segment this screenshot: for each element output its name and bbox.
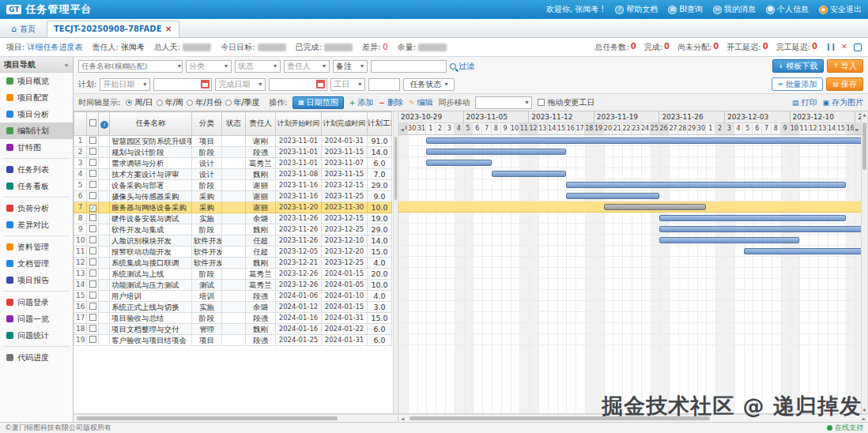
sidebar-item-issue-entry[interactable]: 问题登录: [0, 294, 73, 311]
end-date-input[interactable]: [270, 79, 315, 90]
table-horizontal-scrollbar[interactable]: [74, 415, 398, 422]
topbar-link-logout[interactable]: ◉安全退出: [819, 4, 862, 15]
start-date-picker[interactable]: [153, 78, 212, 91]
sidebar-item-task-board[interactable]: 任务看板: [0, 178, 73, 194]
task-row[interactable]: 10人脸识别模块开发软件开发任超2023-11-262023-12-1014.0: [74, 235, 392, 247]
row-checkbox[interactable]: [89, 148, 96, 155]
topbar-link-profile[interactable]: ☻个人信息: [766, 4, 809, 15]
topbar-link-help[interactable]: ?帮助文档: [615, 4, 658, 15]
gantt-scroll-right-icon[interactable]: ►: [854, 124, 861, 134]
gantt-row[interactable]: [398, 257, 861, 268]
scroll-left-icon[interactable]: ◄: [398, 416, 406, 421]
row-checkbox[interactable]: [89, 214, 96, 221]
scrollbar-thumb[interactable]: [409, 416, 710, 420]
close-panel-icon[interactable]: ✕: [840, 43, 849, 52]
gantt-row[interactable]: [398, 290, 861, 301]
import-button[interactable]: ↑ 导入: [827, 59, 863, 73]
gantt-row[interactable]: [398, 279, 861, 290]
sidebar-item-issue-stats[interactable]: 问题统计: [0, 327, 73, 344]
row-checkbox[interactable]: [89, 281, 96, 288]
start-date-field-select[interactable]: 开始日期 ▾: [100, 78, 150, 91]
select-all-checkbox[interactable]: [89, 119, 96, 126]
sidebar-collapse-icon[interactable]: «: [64, 61, 69, 69]
start-date-input[interactable]: [154, 79, 199, 90]
timeline-option-2[interactable]: 年/月份: [187, 97, 221, 108]
scrollbar-thumb[interactable]: [862, 122, 866, 170]
task-row[interactable]: 15用户培训培训段强2024-01-062024-01-104.0: [74, 291, 392, 302]
sidebar-item-config[interactable]: 项目配置: [0, 89, 73, 106]
row-checkbox[interactable]: [89, 137, 96, 144]
note-field-select[interactable]: 备注 ▾: [333, 60, 368, 73]
add-task-button[interactable]: + 添加: [349, 97, 374, 108]
row-checkbox[interactable]: [89, 325, 96, 332]
task-status-button[interactable]: 任务状态 ▾: [403, 78, 455, 91]
row-checkbox[interactable]: [89, 181, 96, 188]
task-row[interactable]: 11报警联动功能开发软件开发任超2023-12-052023-12-2015.0: [74, 247, 392, 258]
info-field-value[interactable]: 详细任务进度表: [27, 42, 82, 53]
sidebar-item-document[interactable]: 文档管理: [0, 255, 73, 272]
topbar-link-messages[interactable]: ✉我的消息: [713, 4, 756, 15]
task-row[interactable]: 14功能测试与压力测试测试葛秀兰2023-12-262024-01-0510.0: [74, 280, 392, 291]
col-owner[interactable]: 责任人: [246, 112, 276, 136]
calendar-icon[interactable]: [201, 80, 209, 88]
gantt-bar[interactable]: [604, 204, 707, 210]
task-row[interactable]: 16系统正式上线与切换实施余璐2024-01-122024-01-153.0: [74, 302, 392, 313]
online-support-button[interactable]: 在线支持: [827, 423, 863, 433]
status-filter-select[interactable]: 状态 ▾: [235, 60, 281, 73]
batch-add-button[interactable]: ≡ 批量添加: [772, 77, 824, 91]
task-row[interactable]: 12系统集成与接口联调软件开发魏刚2023-12-212023-12-254.0: [74, 258, 392, 269]
task-row[interactable]: 3需求调研与分析设计葛秀兰2023-11-012023-11-076.0: [74, 158, 392, 169]
task-row[interactable]: 2规划与设计阶段阶段段强2023-11-012023-11-1514.0: [74, 147, 392, 158]
row-checkbox[interactable]: [89, 159, 96, 166]
sidebar-item-gantt[interactable]: 甘特图: [0, 139, 73, 156]
end-date-field-select[interactable]: 完成日期 ▾: [215, 78, 266, 91]
task-row[interactable]: 8硬件设备安装与调试实施余璐2023-11-262023-12-1519.0: [74, 213, 392, 224]
gantt-bar[interactable]: [426, 160, 492, 166]
date-range-button[interactable]: ▦ 日期范围: [292, 96, 344, 109]
print-button[interactable]: ▤ 打印: [792, 97, 817, 108]
scroll-right-icon[interactable]: ►: [860, 416, 868, 421]
row-checkbox[interactable]: [89, 292, 96, 299]
timeline-option-0[interactable]: 周/日: [126, 97, 153, 108]
gantt-bar[interactable]: [566, 193, 659, 199]
gantt-row[interactable]: [398, 312, 861, 323]
col-plan-start[interactable]: 计划开始时间: [276, 112, 322, 136]
filter-button[interactable]: 过滤: [450, 61, 474, 72]
sidebar-item-diff-compare[interactable]: 差异对比: [0, 216, 73, 233]
row-checkbox[interactable]: [89, 303, 96, 310]
task-row[interactable]: 13系统测试与上线阶段葛秀兰2023-12-262024-01-1520.0: [74, 269, 392, 280]
task-row[interactable]: 4技术方案设计与评审设计魏刚2023-11-082023-11-157.0: [74, 169, 392, 180]
task-row[interactable]: 9软件开发与集成阶段魏刚2023-11-262023-12-2529.0: [74, 224, 392, 235]
sidebar-item-plan[interactable]: 编制计划: [0, 122, 73, 139]
row-checkbox[interactable]: [89, 269, 96, 277]
workday-input[interactable]: [368, 78, 400, 91]
col-plan-days[interactable]: 计划工日: [368, 112, 392, 136]
gantt-bar[interactable]: [659, 215, 846, 221]
sidebar-item-report[interactable]: 项目报告: [0, 272, 73, 288]
sidebar-item-material[interactable]: 资料管理: [0, 239, 73, 255]
gantt-row[interactable]: [398, 268, 861, 279]
sidebar-item-issue-list[interactable]: 问题一览: [0, 311, 73, 327]
gantt-bar[interactable]: [744, 248, 861, 254]
pause-icon[interactable]: ❙❙: [825, 43, 835, 52]
task-name-input[interactable]: [79, 61, 177, 72]
owner-filter-select[interactable]: 责任人 ▾: [284, 60, 330, 73]
scrollbar-thumb[interactable]: [394, 137, 397, 200]
task-row[interactable]: 5设备采购与部署阶段谢丽2023-11-162023-12-1529.0: [74, 180, 392, 191]
workday-field-select[interactable]: 工日 ▾: [330, 78, 365, 91]
col-category[interactable]: 分类: [192, 112, 222, 136]
task-row[interactable]: 1智慧园区安防系统升级项目项目谢刚2023-11-012024-01-3191.…: [74, 136, 392, 147]
edit-task-button[interactable]: ✎ 编辑: [409, 97, 433, 108]
task-row[interactable]: 6摄像头与传感器采购采购谢丽2023-11-162023-11-259.0: [74, 191, 392, 202]
tab-active-project[interactable]: TECJT-20250908-78FADE ×: [47, 21, 179, 37]
sidebar-item-analysis[interactable]: 项目分析: [0, 106, 73, 122]
sidebar-item-code-progress[interactable]: 代码进度: [0, 349, 73, 366]
row-checkbox[interactable]: ✓: [89, 205, 96, 212]
row-checkbox[interactable]: [89, 170, 96, 177]
gantt-horizontal-scrollbar[interactable]: ◄ ►: [398, 415, 868, 422]
row-checkbox[interactable]: [89, 225, 96, 232]
col-status[interactable]: 状态: [222, 112, 246, 136]
note-input[interactable]: [371, 60, 447, 73]
tab-close-icon[interactable]: ×: [164, 25, 172, 33]
col-task-name[interactable]: 任务名称: [110, 112, 192, 136]
